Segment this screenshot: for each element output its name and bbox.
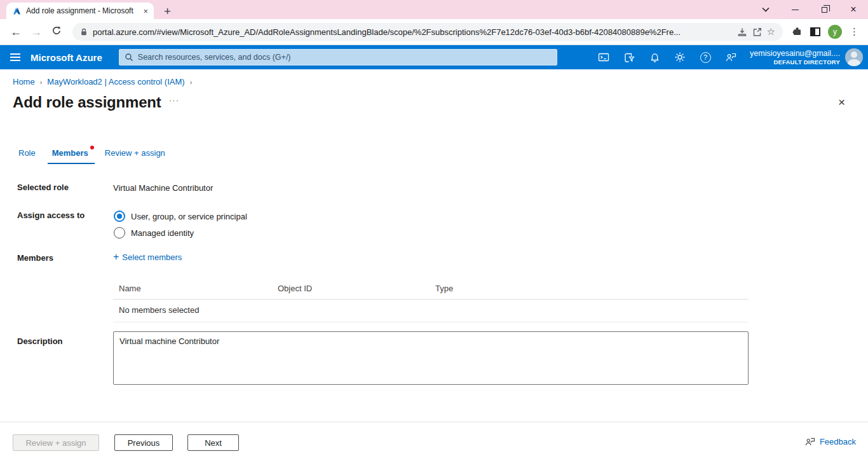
column-object-id: Object ID <box>278 284 435 293</box>
account-directory: DEFAULT DIRECTORY <box>750 59 840 66</box>
radio-user-group-service-principal[interactable]: User, group, or service principal <box>114 208 247 225</box>
azure-search-box[interactable] <box>119 49 557 66</box>
browser-tab-strip: Add role assignment - Microsoft × + × <box>0 0 868 19</box>
description-textarea[interactable]: Virtual machine Contributor <box>113 331 749 385</box>
azure-avatar[interactable] <box>845 48 863 66</box>
tab-role[interactable]: Role <box>18 148 36 164</box>
page-title: Add role assignment <box>13 93 161 111</box>
tab-close-icon[interactable]: × <box>143 7 148 15</box>
select-members-link[interactable]: + Select members <box>113 252 182 262</box>
radio-managed-identity[interactable]: Managed identity <box>114 225 247 241</box>
settings-gear-icon[interactable] <box>667 45 693 69</box>
feedback-link[interactable]: Feedback <box>804 437 856 446</box>
selected-role-value: Virtual Machine Contributor <box>113 183 213 193</box>
description-label: Description <box>17 336 63 346</box>
radio-selected-icon[interactable] <box>114 211 125 222</box>
bookmark-star-icon[interactable]: ☆ <box>767 26 775 38</box>
account-email: yemisioyesainu@gmail.... <box>750 49 840 59</box>
search-icon <box>125 53 133 62</box>
account-info[interactable]: yemisioyesainu@gmail.... DEFAULT DIRECTO… <box>750 49 840 66</box>
breadcrumb-home[interactable]: Home <box>13 77 35 86</box>
title-overflow-icon[interactable]: ··· <box>169 95 179 105</box>
azure-favicon-icon <box>12 6 22 16</box>
help-icon[interactable]: ? <box>693 45 718 69</box>
breadcrumb: Home › MayWorkload2 | Access control (IA… <box>13 77 197 86</box>
directory-filter-icon[interactable] <box>616 45 642 69</box>
radio-unselected-icon[interactable] <box>114 227 125 238</box>
members-empty-row: No members selected <box>113 300 749 322</box>
selected-role-label: Selected role <box>17 183 69 192</box>
extensions-puzzle-icon[interactable] <box>792 25 803 39</box>
forward-icon: → <box>27 25 46 39</box>
tab-members[interactable]: Members <box>52 148 88 164</box>
browser-tab-title: Add role assignment - Microsoft <box>26 6 139 15</box>
url-text[interactable]: portal.azure.com/#view/Microsoft_Azure_A… <box>93 27 732 37</box>
feedback-person-icon[interactable] <box>718 45 743 69</box>
share-icon[interactable] <box>752 27 762 37</box>
side-panel-icon[interactable] <box>810 27 820 36</box>
plus-icon: + <box>113 252 119 262</box>
column-type: Type <box>435 284 453 293</box>
window-minimize-button[interactable] <box>780 0 810 19</box>
footer-divider <box>0 422 868 422</box>
review-assign-button: Review + assign <box>13 434 99 451</box>
assign-access-to-label: Assign access to <box>17 211 85 220</box>
window-restore-button[interactable] <box>810 0 839 19</box>
search-input[interactable] <box>138 53 552 62</box>
column-name: Name <box>119 284 278 293</box>
members-label: Members <box>17 253 53 263</box>
next-button[interactable]: Next <box>187 434 239 451</box>
select-members-text: Select members <box>122 252 182 262</box>
address-bar[interactable]: portal.azure.com/#view/Microsoft_Azure_A… <box>72 23 783 41</box>
members-table: Name Object ID Type No members selected <box>113 282 749 322</box>
tab-search-chevron-icon[interactable] <box>751 0 780 19</box>
feedback-icon <box>804 437 816 446</box>
previous-button[interactable]: Previous <box>114 434 173 451</box>
blade-close-icon[interactable]: × <box>838 96 845 108</box>
members-table-header: Name Object ID Type <box>113 282 749 300</box>
lock-icon <box>80 28 88 36</box>
azure-header: Microsoft Azure ? yemisioyesainu@gmail..… <box>0 45 868 69</box>
notifications-bell-icon[interactable] <box>642 45 667 69</box>
feedback-text: Feedback <box>820 437 856 446</box>
tab-members-label: Members <box>52 148 88 158</box>
radio-managed-label: Managed identity <box>131 228 194 238</box>
blade-tabs: Role Members Review + assign <box>18 148 165 164</box>
browser-profile-avatar[interactable]: y <box>828 25 842 39</box>
browser-navbar: ← → portal.azure.com/#view/Microsoft_Azu… <box>0 19 868 45</box>
radio-user-label: User, group, or service principal <box>131 212 247 221</box>
assign-access-radio-group: User, group, or service principal Manage… <box>114 208 247 241</box>
browser-menu-icon[interactable]: ⋮ <box>850 26 859 38</box>
tab-members-alert-dot <box>90 146 94 149</box>
browser-tab[interactable]: Add role assignment - Microsoft × <box>6 3 154 19</box>
breadcrumb-separator-icon: › <box>190 78 193 86</box>
install-download-icon[interactable] <box>737 27 747 37</box>
breadcrumb-parent[interactable]: MayWorkload2 | Access control (IAM) <box>47 77 184 86</box>
reload-icon[interactable] <box>47 25 66 39</box>
breadcrumb-separator-icon: › <box>40 78 43 86</box>
azure-brand[interactable]: Microsoft Azure <box>31 52 102 63</box>
tab-review-assign[interactable]: Review + assign <box>105 148 165 164</box>
hamburger-menu-icon[interactable] <box>0 45 31 69</box>
back-icon[interactable]: ← <box>6 25 25 39</box>
new-tab-button[interactable]: + <box>164 5 171 17</box>
cloud-shell-icon[interactable] <box>591 45 616 69</box>
window-close-button[interactable]: × <box>839 0 868 19</box>
